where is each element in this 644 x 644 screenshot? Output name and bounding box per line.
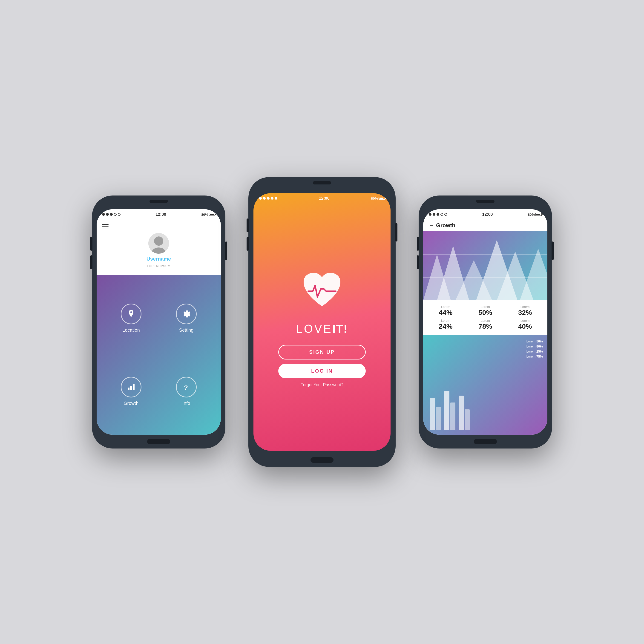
right-phone: 12:00 80% ← Growth [419, 195, 552, 449]
svg-rect-23 [465, 409, 470, 430]
question-icon: ? [182, 382, 191, 392]
location-circle [121, 304, 141, 324]
svg-rect-4 [130, 386, 132, 390]
heart-pulse-icon [299, 267, 345, 313]
stat-1-value: 44% [439, 309, 452, 316]
legend-3-value: 25% [536, 350, 543, 353]
lorem-ipsum-text: LOREM IPSUM [147, 264, 170, 268]
legend-item-1: Lorem 50% [526, 339, 543, 343]
center-screen: 12:00 80% [253, 193, 391, 451]
bar-chart-svg [428, 384, 474, 430]
username-text: Username [147, 256, 171, 262]
stat-3-label: Lorem [520, 305, 530, 309]
legend-item-3: Lorem 25% [526, 350, 543, 353]
legend-4-label: Lorem [526, 355, 536, 358]
center-status-bar: 12:00 80% [253, 193, 391, 203]
stat-6: Lorem 40% [506, 319, 544, 330]
c-dot-4 [271, 197, 273, 200]
dot-5 [118, 213, 121, 216]
svg-marker-17 [520, 249, 547, 300]
stats-grid: Lorem 44% Lorem 50% Lorem 32% Lorem 24% [423, 300, 547, 335]
stat-5: Lorem 78% [467, 319, 504, 330]
svg-rect-19 [436, 407, 441, 430]
menu-item-location[interactable]: Location [103, 282, 159, 355]
brand-prefix: LOVE [296, 322, 332, 336]
info-label: Info [182, 401, 190, 406]
legend-item-2: Lorem 80% [526, 345, 543, 348]
left-battery: 80% [201, 213, 215, 216]
dot-2 [106, 213, 109, 216]
menu-item-setting[interactable]: Setting [159, 282, 214, 355]
growth-circle [121, 377, 141, 397]
svg-rect-5 [133, 384, 135, 390]
login-button[interactable]: LOG IN [278, 364, 366, 378]
stat-6-label: Lorem [520, 319, 530, 322]
c-dot-2 [263, 197, 266, 200]
side-btn-left [225, 241, 227, 260]
bar-chart-section: Lorem 50% Lorem 80% Lorem 25% Lorem [423, 335, 547, 435]
center-time: 12:00 [319, 196, 329, 201]
vol-btn-1 [90, 237, 92, 251]
right-status-bar: 12:00 80% [423, 209, 547, 219]
center-battery-pct: 80% [371, 196, 378, 200]
stat-6-value: 40% [518, 322, 532, 330]
legend-2-label: Lorem [526, 345, 536, 348]
phone-notch-left [149, 200, 168, 203]
center-battery: 80% [371, 196, 385, 200]
home-btn-right [474, 439, 497, 444]
menu-item-info[interactable]: ? Info [159, 355, 214, 428]
left-menu-grid: Location Setting [97, 275, 221, 435]
stat-4-value: 24% [439, 322, 452, 330]
stat-3: Lorem 32% [506, 305, 544, 316]
c-dot-3 [267, 197, 270, 200]
legend-2-value: 80% [536, 345, 543, 348]
hamburger-icon[interactable] [102, 224, 109, 228]
center-signal-dots [259, 197, 277, 200]
setting-label: Setting [179, 328, 193, 333]
right-side-btn [552, 241, 554, 260]
setting-circle [176, 304, 197, 324]
home-btn-center [310, 457, 333, 463]
phone-notch-center [313, 181, 331, 184]
signup-button[interactable]: SIGN UP [278, 345, 366, 359]
mountain-chart-section [423, 231, 547, 300]
heart-pulse-svg [299, 267, 345, 313]
vol-btn-2 [90, 255, 92, 269]
center-content: LOVE IT! SIGN UP LOG IN Forgot Your Pass… [253, 203, 391, 451]
bar-chart-icon [126, 382, 136, 392]
avatar [148, 233, 169, 254]
stat-3-value: 32% [518, 309, 532, 316]
brand-name: LOVE IT! [296, 322, 348, 336]
growth-label: Growth [124, 401, 138, 406]
r-dot-5 [444, 213, 447, 216]
left-status-bar: 12:00 80% [97, 209, 221, 219]
home-btn-left [147, 439, 170, 444]
stat-1-label: Lorem [441, 305, 450, 309]
stat-1: Lorem 44% [427, 305, 464, 316]
svg-rect-3 [128, 388, 129, 390]
dot-1 [102, 213, 105, 216]
legend-4-value: 75% [536, 355, 543, 358]
r-dot-1 [429, 213, 431, 216]
forgot-password-link[interactable]: Forgot Your Password? [300, 382, 343, 387]
signal-dots [102, 213, 121, 216]
r-dot-2 [433, 213, 435, 216]
location-label: Location [122, 328, 140, 333]
stat-2: Lorem 50% [467, 305, 504, 316]
brand-suffix: IT! [332, 322, 348, 336]
r-dot-4 [440, 213, 443, 216]
svg-text:?: ? [184, 384, 188, 391]
stat-5-label: Lorem [481, 319, 490, 322]
menu-item-growth[interactable]: Growth [103, 355, 159, 428]
scene: 12:00 80% [69, 69, 575, 575]
svg-rect-21 [450, 403, 455, 430]
right-header: ← Growth [423, 219, 547, 231]
stat-4-label: Lorem [441, 319, 450, 322]
left-header: Username LOREM IPSUM [97, 219, 221, 275]
left-battery-pct: 80% [201, 213, 208, 216]
right-vol-btn-1 [417, 237, 419, 251]
back-arrow-icon[interactable]: ← [429, 222, 434, 228]
right-time: 12:00 [482, 212, 493, 217]
avatar-svg [148, 233, 169, 254]
svg-rect-18 [430, 398, 435, 430]
